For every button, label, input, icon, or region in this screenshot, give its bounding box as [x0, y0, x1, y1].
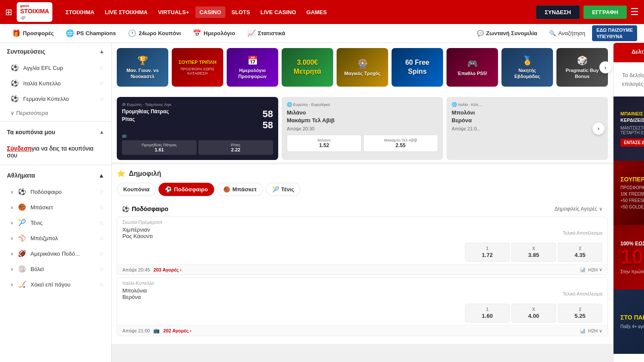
star-volleyball[interactable]: ☆ — [99, 266, 104, 272]
sidebar-item-tennis[interactable]: ∨ 🎾 Τένις ☆ — [0, 215, 111, 230]
register-button[interactable]: ΕΓΓΡΑΦΗ — [583, 6, 627, 19]
right-banner-freebets[interactable]: ΜΠΑΙΝΕΙΣ ΣΤΗ ΜΑΧΗ ΚΑΙΚΕΡΔΙΖΕΙΣ FREEBETS!… — [614, 97, 644, 161]
match1-oddX-val: 3.85 — [528, 252, 539, 258]
tile2-odd2-btn[interactable]: Μακάμπι Τελ Αβίβ 2.55 — [363, 135, 438, 152]
match-tile-2[interactable]: 🌐 Ευρώπη - Ευρωλίγκα Μιλάνο Μακάμπι Τελ … — [282, 97, 443, 160]
secondary-navigation: 🎁 Προσφορές 🌐 PS Champions 🕐 24ωρο Κουπό… — [0, 24, 644, 43]
star-icon-3[interactable]: ☆ — [99, 96, 104, 102]
tile1-team2: Ρίτας — [122, 116, 169, 122]
right-banner-100[interactable]: 100% ΕΩΣ 100€ 100€ Στην πρώτη σου κατάθε… — [614, 225, 644, 290]
tab-coupons[interactable]: Κουπόνια — [117, 183, 156, 196]
sec-nav-coupon24[interactable]: 🕐 24ωρο Κουπόνι — [123, 27, 186, 40]
sidebar-item-germany-cup[interactable]: ⚽ Γερμανία Κύπελλο ☆ — [0, 91, 111, 106]
match2-odd2-btn[interactable]: 2 5.25 — [558, 304, 602, 323]
match1-odd2-btn[interactable]: 2 4.35 — [558, 243, 602, 262]
offers2-icon: 📅 — [247, 55, 258, 66]
shortcuts-header[interactable]: Συντομεύσεις ▲ — [0, 43, 111, 60]
login-button[interactable]: ΣΥΝΔΕΣΗ — [536, 5, 580, 19]
nav-live[interactable]: LIVE ΣΤΟΙΧΗΜΑ — [100, 6, 152, 18]
star-hockey[interactable]: ☆ — [99, 281, 104, 288]
match1-team1: Χιμπέρνιαν — [122, 226, 540, 233]
sidebar-item-volleyball[interactable]: ∨ 🏐 Βόλεϊ ☆ — [0, 261, 111, 277]
star-basketball[interactable]: ☆ — [99, 204, 104, 211]
match1-market-count[interactable]: 203 Αγορές › — [153, 267, 182, 272]
promo-banner-magic[interactable]: 🎡 Μαγικός Τροχός — [337, 48, 388, 87]
nav-games[interactable]: GAMES — [302, 6, 331, 18]
star-tennis[interactable]: ☆ — [99, 220, 104, 226]
match1-oddX-btn[interactable]: Χ 3.85 — [511, 243, 556, 262]
star-icon-1[interactable]: ☆ — [99, 65, 104, 71]
chevron-volleyball: ∨ — [10, 267, 13, 272]
tile2-odd1-btn[interactable]: Μιλάνο 1.52 — [287, 135, 361, 152]
sidebar-item-baseball[interactable]: ∨ ⚾ Μπέιζμπολ ☆ — [0, 230, 111, 246]
promo-banner-weekly[interactable]: 🏅 Νικητής Εβδομάδας — [501, 48, 553, 87]
sidebar-item-american-football[interactable]: ∨ 🏈 Αμερικάνικο Ποδό... ☆ — [0, 246, 111, 261]
match2-odd1-btn[interactable]: 1 1.60 — [465, 304, 510, 323]
promo-banner-triple[interactable]: ΣΟΥΠΕΡ ΤΡΙΠΛΗ ΠΡΟΣΦΟΡΑ ΧΩΡΙΣ ΚΑΤΑΘΕΣΗ — [172, 48, 223, 87]
star-icon-2[interactable]: ☆ — [99, 80, 104, 87]
promo-banners-next[interactable]: › — [599, 61, 611, 73]
tab-tennis[interactable]: 🎾 Τένις — [266, 183, 301, 196]
match-tile-next-btn[interactable]: › — [592, 123, 605, 135]
popular-section: ⭐ Δημοφιλή Κουπόνια ⚽ Ποδόσφαιρο 🏀 Μπάσκ… — [112, 164, 613, 344]
tile1-team-names: Προμηθέας Πάτρας Ρίτας — [122, 109, 169, 122]
rb1-cta[interactable]: ΕΝΤΑΣΕ ΔΩΡΕΑΝ▼ — [620, 139, 644, 147]
tile1-odd1-label: Προμηθέας Πάτρας — [125, 143, 194, 147]
hamburger-menu[interactable]: ☰ — [630, 6, 639, 18]
star-football[interactable]: ☆ — [99, 189, 104, 195]
tile1-odd1-btn[interactable]: Προμηθέας Πάτρας 1.61 — [122, 140, 197, 155]
match-tile-1[interactable]: ⚙ Ευρώπη - Τσάμπιονς Λιγκ Προμηθέας Πάτρ… — [117, 97, 278, 160]
sidebar-item-italy-cup[interactable]: ⚽ Ιταλία Κυπελλο ☆ — [0, 75, 111, 91]
match2-market-count[interactable]: 202 Αγορές › — [163, 328, 191, 333]
match1-h2h[interactable]: H2H ∨ — [588, 267, 602, 272]
responsible-gaming-badge[interactable]: ΕΔΩ ΠΑΙΖΟΥΜΕ ΥΠΕΥΘΥΝΑ — [592, 25, 637, 41]
nav-stoixima[interactable]: ΣΤΟΙΧΗΜΑ — [61, 6, 99, 18]
match1-odd1-btn[interactable]: 1 1.72 — [465, 243, 510, 262]
market-filter-dropdown[interactable]: Δημοφιλείς Αγορές ∨ — [554, 206, 603, 212]
betslip-tab-active[interactable]: Δελτίο 0 — [614, 43, 644, 62]
sec-nav-offers[interactable]: 🎁 Προσφορές — [7, 27, 59, 40]
match1-oddX-label: Χ — [513, 246, 554, 251]
sports-header[interactable]: Αθλήματα ▲ — [0, 167, 111, 184]
coupons-login-prompt: Σύνδεσηγια να δεις τα κουπόνια σου — [0, 141, 111, 163]
match-tile-3[interactable]: 🌐 Ιταλία - Κύπ... Μπολόνι Βερόνα Απόψε 2… — [447, 97, 608, 160]
nav-live-casino[interactable]: LIVE CASINO — [256, 6, 300, 18]
sidebar-item-basketball[interactable]: ∨ 🏀 Μπάσκετ ☆ — [0, 199, 111, 215]
coupons-header[interactable]: Τα κουπόνια μου ▲ — [0, 124, 111, 141]
promo-banner-ps5[interactable]: 🎮 Έπαθλο PS5! — [447, 48, 498, 87]
sidebar-item-football[interactable]: ∨ ⚽ Ποδόσφαιρο ☆ — [0, 184, 111, 199]
promo-banner-freespins[interactable]: 60 Free Spins — [392, 48, 443, 87]
match1-league: Σκωτία-Πρέμιερσιπ — [117, 217, 608, 225]
content-inner: 🏆 Μαν. Γιουν. vs Νιούκαστλ ΣΟΥΠΕΡ ΤΡΙΠΛΗ… — [112, 43, 644, 362]
football-icon-4: ⚽ — [18, 188, 26, 196]
coupons-login-link[interactable]: Σύνδεση — [7, 145, 32, 152]
grid-icon[interactable]: ⊞ — [5, 7, 12, 17]
brand-logo[interactable]: game STOIXIMA .gr — [17, 2, 52, 22]
star-baseball[interactable]: ☆ — [99, 235, 104, 241]
sec-nav-stats[interactable]: 📈 Στατιστικά — [242, 27, 291, 40]
tile2-odd1-val: 1.52 — [319, 142, 329, 148]
content-main: 🏆 Μαν. Γιουν. vs Νιούκαστλ ΣΟΥΠΕΡ ΤΡΙΠΛΗ… — [112, 43, 613, 362]
nav-virtuals[interactable]: VIRTUALS+ — [154, 6, 194, 18]
nav-casino[interactable]: CASINO — [195, 6, 226, 18]
star-amfootball[interactable]: ☆ — [99, 250, 104, 257]
live-chat-button[interactable]: 💬 Ζωντανή Συνομιλία — [472, 27, 542, 39]
sidebar-item-ice-hockey[interactable]: ∨ 🏒 Χόκεϊ επί πάγου ☆ — [0, 277, 111, 292]
tab-basketball[interactable]: 🏀 Μπάσκετ — [217, 183, 263, 196]
search-button[interactable]: 🔍 Αναζήτηση — [544, 27, 590, 39]
match2-oddX-btn[interactable]: Χ 4.00 — [511, 304, 556, 323]
promo-banner-offers2[interactable]: 📅 Ημερολόγιο Προσφορών — [227, 48, 278, 87]
shortcuts-more[interactable]: ∨ Περισσότερα — [0, 106, 111, 120]
freespins-title: 60 Free Spins — [395, 58, 440, 76]
right-banner-triple[interactable]: ΣΟΥΠΕΡ ΤΡΙΠΛΗ ΠΡΟΣΦΟΡΑ ΧΩΡΙΣ ΚΑΤΑΘΕΣΗ 10… — [614, 161, 644, 225]
sidebar-item-england-efl[interactable]: ⚽ Αγγλία EFL Cup ☆ — [0, 60, 111, 75]
right-banner-para1[interactable]: ΣΤΟ ΠΑΡΑ 1 Παίξε 4+ αγώνες και αν χάσεις… — [614, 290, 644, 354]
promo-banner-ps-champions[interactable]: 🏆 Μαν. Γιουν. vs Νιούκαστλ — [117, 48, 168, 87]
tab-football[interactable]: ⚽ Ποδόσφαιρο — [158, 183, 214, 196]
match2-h2h[interactable]: H2H ∨ — [588, 328, 602, 334]
nav-slots[interactable]: SLOTS — [227, 6, 254, 18]
sec-nav-calendar[interactable]: 📅 Ημερολόγιο — [188, 27, 240, 40]
promo-banner-cash[interactable]: 3.000€ Μετρητά — [282, 48, 333, 87]
tile1-odd2-btn[interactable]: Ρίτας 2.22 — [198, 140, 273, 155]
sec-nav-ps-champions[interactable]: 🌐 PS Champions — [61, 27, 121, 40]
